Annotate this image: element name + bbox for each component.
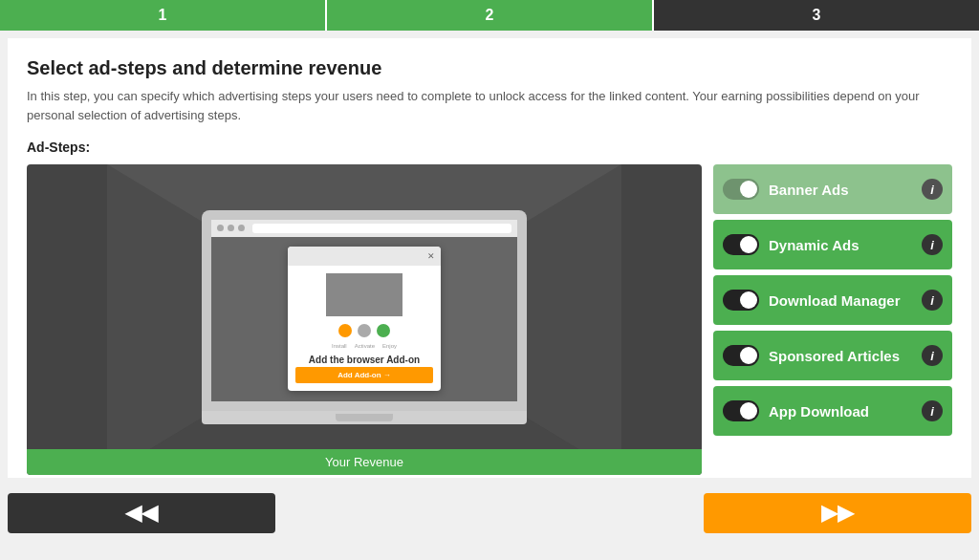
app-download-label: App Download [769,403,912,420]
ad-option-app-download[interactable]: App Download i [713,386,952,436]
back-button[interactable]: ◀◀ [8,493,275,533]
bottom-navigation: ◀◀ ▶▶ [0,485,979,541]
ad-options-panel: Banner Ads i Dynamic Ads i Download Mana… [713,164,952,475]
page-title: Select ad-steps and determine revenue [27,57,952,79]
popup-label-1: Install [332,343,347,349]
download-manager-toggle[interactable] [723,290,759,311]
download-manager-toggle-knob [740,291,757,309]
sponsored-articles-label: Sponsored Articles [769,348,912,364]
ad-option-dynamic-ads[interactable]: Dynamic Ads i [713,220,952,269]
back-icon: ◀◀ [125,501,158,526]
download-manager-label: Download Manager [769,292,912,309]
main-content: Select ad-steps and determine revenue In… [8,38,971,478]
popup-body: Install Activate Enjoy Add the browser A… [288,320,441,391]
laptop-screen-outer: ✕ Install [202,210,527,411]
close-icon[interactable]: ✕ [427,251,435,261]
app-download-info-icon[interactable]: i [922,400,943,421]
dynamic-ads-toggle[interactable] [723,234,759,255]
step-icon-3 [377,324,390,337]
sponsored-articles-info-icon[interactable]: i [922,345,943,366]
download-manager-info-icon[interactable]: i [922,290,943,311]
ad-option-sponsored-articles[interactable]: Sponsored Articles i [713,331,952,380]
ad-option-banner-ads[interactable]: Banner Ads i [713,164,952,214]
browser-dot-3 [238,225,245,231]
popup-title: Add the browser Add-on [295,355,433,365]
next-button[interactable]: ▶▶ [704,493,971,533]
laptop-notch [336,414,393,421]
banner-ads-info-icon[interactable]: i [922,179,943,200]
progress-step-2[interactable]: 2 [327,0,652,31]
laptop-base [202,411,527,424]
screen-content: ✕ Install [211,237,517,401]
page-description: In this step, you can specify which adve… [27,87,952,124]
progress-bar: 1 2 3 [0,0,979,31]
app-download-toggle-knob [740,402,757,420]
popup-label-2: Activate [355,343,375,349]
sponsored-articles-toggle-knob [740,347,757,364]
sponsored-articles-toggle[interactable] [723,345,759,366]
revenue-bar: Your Revenue [27,449,702,475]
progress-step-3[interactable]: 3 [654,0,979,31]
preview-area: ✕ Install [27,164,702,475]
dynamic-ads-label: Dynamic Ads [769,237,912,253]
browser-dot-1 [217,225,224,231]
banner-ads-toggle-knob [740,181,757,198]
popup-icons-row [295,324,433,337]
next-icon: ▶▶ [821,501,854,526]
browser-bar [211,220,517,237]
banner-ads-toggle[interactable] [723,179,759,200]
popup-modal: ✕ Install [288,247,441,391]
app-download-toggle[interactable] [723,400,759,421]
popup-cta-button[interactable]: Add Add-on → [295,367,433,383]
browser-dot-2 [228,225,234,231]
ad-option-download-manager[interactable]: Download Manager i [713,275,952,325]
dynamic-ads-toggle-knob [740,236,757,253]
progress-step-1[interactable]: 1 [0,0,325,31]
step-icon-1 [338,324,352,337]
browser-url-bar [252,224,511,233]
laptop-mockup: ✕ Install [202,210,527,430]
ad-steps-container: ✕ Install [27,164,952,475]
ad-steps-label: Ad-Steps: [27,140,952,155]
popup-image [326,273,402,316]
dynamic-ads-info-icon[interactable]: i [922,234,943,255]
banner-ads-label: Banner Ads [769,182,912,198]
step-icon-2 [358,324,371,337]
popup-label-3: Enjoy [382,343,397,349]
laptop-screen-inner: ✕ Install [211,220,517,401]
popup-header: ✕ [288,247,441,266]
popup-labels: Install Activate Enjoy [295,343,433,349]
